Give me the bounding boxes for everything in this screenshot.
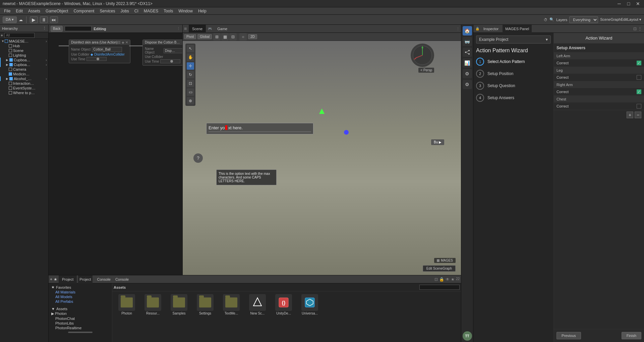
hier-item-camera[interactable]: Camera — [0, 67, 48, 72]
circle-tool[interactable]: ○ — [239, 33, 247, 41]
hierarchy-menu-icon[interactable]: ⋮ — [43, 26, 46, 30]
asset-newscene[interactable]: New Sc... — [246, 294, 269, 315]
scale-tool[interactable]: ⊡ — [187, 80, 194, 87]
tree-item-photon[interactable]: ▶ Photon — [50, 311, 111, 316]
back-button[interactable]: Back — [51, 26, 63, 32]
hier-item-cupboard2[interactable]: ▶ Cupboa… › — [0, 62, 48, 67]
tree-item-photonchat[interactable]: PhotonChat — [50, 316, 111, 321]
menu-item-file[interactable]: File — [1, 7, 13, 14]
hier-item-scene[interactable]: Scene — [0, 48, 48, 53]
menu-item-component[interactable]: Component — [71, 7, 97, 14]
hier-item-whereto[interactable]: Where to p… — [0, 90, 48, 95]
gear-icon-btn[interactable]: ⚙ — [463, 69, 472, 78]
tab-project[interactable]: Project — [59, 275, 77, 283]
time-slider-2[interactable] — [160, 59, 180, 63]
wizard-step-4[interactable]: 4 Setup Answers — [476, 94, 551, 102]
previous-button[interactable]: Previous — [557, 332, 581, 339]
hier-item-cupboard1[interactable]: ▶ Cupboa… › — [0, 58, 48, 62]
expand-icon[interactable]: ⊡ — [434, 277, 438, 282]
question-button[interactable]: ? — [193, 153, 203, 163]
gear2-icon-btn[interactable]: ⚙ — [463, 80, 472, 89]
edit-scene-graph-button[interactable]: Edit SceneGraph — [423, 265, 456, 272]
eye-icon[interactable]: 👁 — [446, 277, 450, 282]
star-icon2[interactable]: ★ — [451, 277, 455, 282]
menu-item-tools[interactable]: Tools — [161, 7, 176, 14]
add-icon[interactable]: + — [50, 277, 52, 282]
pause-button[interactable]: ⏸ — [40, 16, 48, 23]
user-avatar-button[interactable]: TT — [463, 331, 472, 341]
chart-icon-btn[interactable]: 📊 — [463, 58, 472, 68]
close-button[interactable]: ✕ — [635, 1, 641, 6]
fav-item-models[interactable]: All Models — [50, 294, 111, 299]
scene-graph-menu-icon[interactable]: ⋮ — [177, 26, 180, 31]
view-tool[interactable]: ▦ — [221, 33, 229, 41]
hier-item-alcohol[interactable]: ▶ Alcohol_… › — [0, 76, 48, 81]
search-icon[interactable]: 🔍 — [549, 17, 554, 22]
answer-checkbox-right-arm[interactable]: ✓ — [637, 89, 641, 94]
pivot-button[interactable]: Pivot — [184, 34, 196, 39]
hier-item-root[interactable]: ▼ MAGESE… › — [0, 39, 48, 44]
da-dropdown[interactable]: DA ▾ — [3, 16, 17, 23]
lock-icon[interactable]: 🔒 — [439, 277, 444, 282]
scrollbar-thumb[interactable] — [68, 332, 92, 333]
answer-checkbox-chest[interactable] — [637, 104, 641, 109]
fav-item-materials[interactable]: All Materials — [50, 290, 111, 294]
wizard-step-1[interactable]: 1 Select Action Pattern — [476, 58, 551, 66]
wizard-step-2[interactable]: 2 Setup Position — [476, 70, 551, 78]
time-slider[interactable] — [86, 57, 107, 61]
maximize-button[interactable]: □ — [625, 1, 632, 6]
add-icon[interactable]: + — [1, 33, 3, 38]
step-button[interactable]: ⏭ — [50, 16, 58, 23]
minimize-button[interactable]: ─ — [616, 1, 623, 6]
scene-graph-search[interactable] — [65, 26, 92, 31]
tab-scene[interactable]: Scene — [189, 25, 206, 33]
assets-tree-header[interactable]: ▼ Assets — [50, 306, 111, 311]
tab-mages-panel[interactable]: MAGES Panel — [503, 25, 532, 33]
star-icon[interactable]: ★ — [54, 277, 57, 282]
rect-tool[interactable]: ▭ — [187, 88, 194, 96]
menu-item-jobs[interactable]: Jobs — [118, 7, 131, 14]
project-dropdown[interactable]: Example Project ▾ — [476, 36, 551, 44]
asset-textme[interactable]: TextMe... — [220, 294, 243, 315]
scene-menu-icon[interactable]: ⋮ — [456, 27, 460, 30]
tab-console-label[interactable]: Console — [115, 277, 129, 281]
remove-answer-button[interactable]: − — [635, 112, 641, 118]
fav-item-prefabs[interactable]: All Prefabs — [50, 299, 111, 304]
menu-item-services[interactable]: Services — [97, 7, 118, 14]
menu-item-help[interactable]: Help — [195, 7, 209, 14]
history-icon[interactable]: ⏱ — [544, 18, 547, 22]
hier-item-interaction[interactable]: Interaction… — [0, 81, 48, 86]
graph-icon-btn[interactable] — [463, 48, 472, 57]
vr-icon-btn[interactable]: 🥽 — [463, 37, 472, 46]
name-object-field[interactable] — [92, 47, 122, 52]
tree-item-photonrealtime[interactable]: PhotonRealtime — [50, 326, 111, 330]
tree-item-photonlibs[interactable]: PhotonLibs — [50, 321, 111, 326]
layers-dropdown[interactable]: Everything — [569, 16, 598, 23]
combined-tool[interactable]: ⊕ — [187, 97, 194, 105]
asset-samples[interactable]: Samples — [167, 294, 191, 315]
add-answer-button[interactable]: + — [627, 112, 633, 118]
inspector-menu-icon[interactable]: ⋮ — [638, 26, 642, 31]
home-icon-btn[interactable]: 🏠 — [463, 26, 472, 36]
tab-console[interactable]: Console — [94, 275, 114, 283]
wizard-step-3[interactable]: 3 Setup Question — [476, 82, 551, 90]
tab-game[interactable]: Game — [214, 25, 231, 33]
menu-item-assets[interactable]: Assets — [25, 7, 43, 14]
menu-item-gameobject[interactable]: GameObject — [43, 7, 71, 14]
cloud-icon[interactable]: ☁ — [19, 17, 23, 22]
pointer-tool[interactable]: ↖ — [187, 45, 194, 52]
asset-search-input[interactable] — [419, 285, 460, 290]
hier-item-medicine[interactable]: Medicin… — [0, 72, 48, 76]
menu-item-window[interactable]: Window — [176, 7, 195, 14]
asset-photon[interactable]: Photon — [115, 294, 138, 315]
rotate-tool[interactable]: ↻ — [187, 71, 194, 78]
answer-checkbox-left-arm[interactable]: ✓ — [637, 61, 641, 65]
scrollbar-area[interactable] — [50, 332, 111, 333]
2d-button[interactable]: 2D — [248, 34, 257, 39]
hand-tool[interactable]: ✋ — [187, 54, 194, 61]
menu-item-edit[interactable]: Edit — [13, 7, 25, 14]
tab-inspector[interactable]: Inspector — [481, 25, 501, 33]
move-tool[interactable]: ✛ — [187, 62, 194, 70]
answer-checkbox-leg[interactable] — [637, 75, 641, 80]
scene-viewport[interactable]: ↖ ✋ ✛ ↻ ⊡ ▭ ⊕ — [183, 41, 461, 275]
